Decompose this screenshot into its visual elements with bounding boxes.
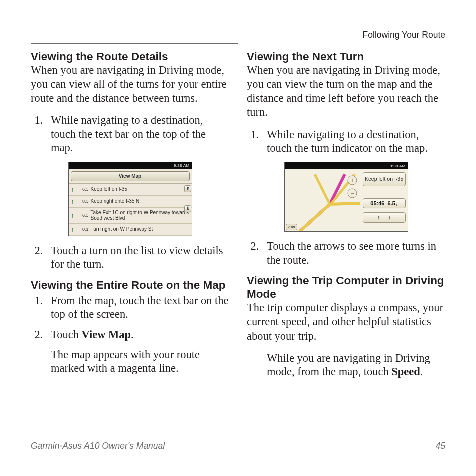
turn-list: ↑ 6.3 Keep left on I-35 ↑ 8.3 Keep right… (69, 183, 192, 236)
distance-remaining: 6.5T (387, 200, 397, 206)
svg-text:+: + (350, 177, 354, 184)
scroll-buttons: ⬆ ⬇ (184, 184, 192, 212)
turn-instruction: Turn right on W Pennway St (91, 226, 191, 232)
map-area[interactable]: + − Keep left on I-35 05:46 6.5T ↑ ↓ (285, 169, 408, 231)
screenshot-turn-list: 9:38 AM View Map ↑ 6.3 Keep left on I-35… (68, 162, 192, 236)
turn-distance: 8.3 (78, 199, 89, 204)
arrow-up-icon: ↑ (70, 211, 76, 219)
footer-page-number: 45 (436, 441, 445, 451)
ui-term: Speed (391, 365, 420, 378)
status-bar: 9:38 AM (285, 162, 408, 169)
steps-next-turn-cont: Touch the arrows to see more turns in th… (247, 239, 445, 267)
next-turn-icon[interactable]: ↓ (388, 214, 391, 221)
svg-text:−: − (350, 190, 354, 197)
turn-row[interactable]: ↑ 0.1 Turn right on W Pennway St (69, 224, 192, 236)
steps-route-details-cont: Touch a turn on the list to view details… (31, 244, 229, 271)
paragraph: The trip computer displays a compass, yo… (247, 301, 445, 343)
step-result: The map appears with your route marked w… (51, 348, 229, 375)
heading-route-details: Viewing the Route Details (31, 50, 229, 63)
turn-row[interactable]: ↑ 6.3 Take Exit 1C on right to W Pennway… (69, 208, 192, 224)
step: Touch View Map. The map appears with you… (46, 328, 229, 375)
running-head: Following Your Route (31, 30, 445, 44)
turn-row[interactable]: ↑ 6.3 Keep left on I-35 (69, 184, 192, 196)
two-column-layout: Viewing the Route Details When you are n… (31, 49, 445, 382)
step: Touch the arrows to see more turns in th… (262, 239, 445, 267)
time-remaining: 05:46 (370, 200, 384, 206)
turn-indicator[interactable]: Keep left on I-35 (363, 172, 406, 186)
heading-entire-route: Viewing the Entire Route on the Map (31, 278, 229, 292)
manual-page: Following Your Route Viewing the Route D… (0, 0, 476, 476)
prev-turn-icon[interactable]: ↑ (377, 214, 380, 221)
heading-trip-computer: Viewing the Trip Computer in Driving Mod… (247, 274, 445, 301)
turn-distance: 0.1 (78, 227, 89, 232)
ui-term: View Map (82, 328, 131, 341)
left-column: Viewing the Route Details When you are n… (31, 49, 229, 382)
figure-next-turn: 9:38 AM + − Keep left (247, 162, 445, 232)
time-distance-card[interactable]: 05:46 6.5T (363, 198, 406, 208)
turn-distance: 6.3 (78, 213, 89, 218)
instruction-text: . (420, 365, 423, 378)
arrow-up-icon: ↑ (70, 185, 76, 193)
steps-next-turn: While navigating to a destination, touch… (247, 128, 445, 155)
scale-indicator: 2 mi (286, 224, 297, 230)
step-text: . (131, 328, 134, 341)
arrow-up-icon: ↑ (70, 197, 76, 205)
screenshot-next-turn: 9:38 AM + − Keep left (284, 162, 408, 232)
status-time: 9:38 AM (174, 163, 189, 168)
status-bar: 9:38 AM (69, 162, 192, 169)
turn-nav-arrows: ↑ ↓ (363, 212, 406, 223)
heading-next-turn: Viewing the Next Turn (247, 50, 445, 63)
status-time: 9:38 AM (390, 164, 405, 168)
scroll-up-icon[interactable]: ⬆ (184, 185, 191, 192)
step: While navigating to a destination, touch… (46, 113, 229, 154)
footer-manual-title: Garmin-Asus A10 Owner's Manual (31, 441, 165, 451)
turn-instruction: Keep left on I-35 (91, 186, 191, 192)
right-column: Viewing the Next Turn When you are navig… (247, 49, 445, 382)
scroll-down-icon[interactable]: ⬇ (184, 205, 191, 212)
turn-instruction: Keep right onto I-35 N (91, 198, 191, 204)
paragraph: When you are navigating in Driving mode,… (247, 63, 445, 120)
step: From the map, touch the text bar on the … (46, 294, 229, 321)
arrow-up-icon: ↑ (70, 225, 76, 233)
steps-route-details: While navigating to a destination, touch… (31, 113, 229, 154)
view-map-button[interactable]: View Map (71, 171, 190, 181)
step: While navigating to a destination, touch… (262, 128, 445, 155)
turn-distance: 6.3 (78, 187, 89, 192)
instruction-block: While you are navigating in Driving mode… (267, 351, 445, 379)
turn-row[interactable]: ↑ 8.3 Keep right onto I-35 N (69, 196, 192, 208)
steps-entire-route: From the map, touch the text bar on the … (31, 294, 229, 375)
turn-instruction: Take Exit 1C on right to W Pennway towar… (91, 210, 191, 221)
paragraph: When you are navigating in Driving mode,… (31, 63, 229, 105)
figure-turn-list: 9:38 AM View Map ↑ 6.3 Keep left on I-35… (31, 162, 229, 236)
page-footer: Garmin-Asus A10 Owner's Manual 45 (31, 441, 445, 451)
step: Touch a turn on the list to view details… (46, 244, 229, 271)
step-text: Touch (51, 328, 82, 341)
